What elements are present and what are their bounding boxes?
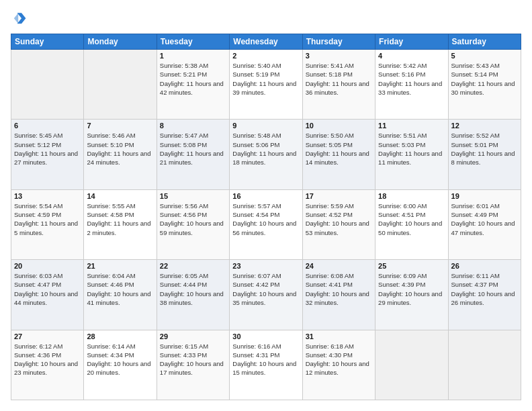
calendar-day-cell: 16Sunrise: 5:57 AM Sunset: 4:54 PM Dayli… <box>230 189 302 259</box>
day-number: 28 <box>87 332 153 340</box>
calendar-day-cell: 23Sunrise: 6:07 AM Sunset: 4:42 PM Dayli… <box>230 260 302 330</box>
day-info: Sunrise: 6:04 AM Sunset: 4:46 PM Dayligh… <box>87 271 153 307</box>
day-info: Sunrise: 6:09 AM Sunset: 4:39 PM Dayligh… <box>378 271 445 307</box>
calendar-day-cell: 11Sunrise: 5:51 AM Sunset: 5:03 PM Dayli… <box>375 120 448 189</box>
day-info: Sunrise: 5:43 AM Sunset: 5:14 PM Dayligh… <box>451 61 518 97</box>
calendar-day-cell: 26Sunrise: 6:11 AM Sunset: 4:37 PM Dayli… <box>448 260 521 330</box>
day-number: 10 <box>306 122 372 130</box>
day-info: Sunrise: 5:47 AM Sunset: 5:08 PM Dayligh… <box>160 131 226 167</box>
svg-marker-0 <box>17 13 26 24</box>
header-tuesday: Tuesday <box>157 34 229 50</box>
day-number: 2 <box>232 52 299 60</box>
day-info: Sunrise: 5:41 AM Sunset: 5:18 PM Dayligh… <box>306 61 372 97</box>
day-number: 21 <box>87 262 153 270</box>
day-number: 5 <box>451 52 518 60</box>
calendar-day-cell: 2Sunrise: 5:40 AM Sunset: 5:19 PM Daylig… <box>230 50 302 120</box>
calendar-day-cell <box>11 50 84 120</box>
header <box>11 11 521 27</box>
day-info: Sunrise: 6:03 AM Sunset: 4:47 PM Dayligh… <box>14 271 81 307</box>
day-number: 13 <box>14 192 81 200</box>
calendar-day-cell: 6Sunrise: 5:45 AM Sunset: 5:12 PM Daylig… <box>11 120 84 189</box>
calendar-day-cell: 12Sunrise: 5:52 AM Sunset: 5:01 PM Dayli… <box>448 120 521 189</box>
day-info: Sunrise: 5:46 AM Sunset: 5:10 PM Dayligh… <box>87 131 153 167</box>
day-number: 16 <box>232 192 299 200</box>
day-number: 6 <box>14 122 81 130</box>
logo-icon <box>11 11 27 27</box>
day-info: Sunrise: 5:48 AM Sunset: 5:06 PM Dayligh… <box>232 131 299 167</box>
calendar-day-cell: 7Sunrise: 5:46 AM Sunset: 5:10 PM Daylig… <box>84 120 157 189</box>
calendar-week-row: 20Sunrise: 6:03 AM Sunset: 4:47 PM Dayli… <box>11 260 521 330</box>
calendar-day-cell: 21Sunrise: 6:04 AM Sunset: 4:46 PM Dayli… <box>84 260 157 330</box>
header-friday: Friday <box>375 34 448 50</box>
calendar-day-cell: 14Sunrise: 5:55 AM Sunset: 4:58 PM Dayli… <box>84 189 157 259</box>
day-info: Sunrise: 6:07 AM Sunset: 4:42 PM Dayligh… <box>232 271 299 307</box>
day-info: Sunrise: 5:38 AM Sunset: 5:21 PM Dayligh… <box>160 61 226 97</box>
day-info: Sunrise: 6:11 AM Sunset: 4:37 PM Dayligh… <box>451 271 518 307</box>
calendar-day-cell: 1Sunrise: 5:38 AM Sunset: 5:21 PM Daylig… <box>157 50 229 120</box>
day-info: Sunrise: 5:59 AM Sunset: 4:52 PM Dayligh… <box>306 201 372 237</box>
day-number: 26 <box>451 262 518 270</box>
header-wednesday: Wednesday <box>230 34 302 50</box>
day-info: Sunrise: 5:55 AM Sunset: 4:58 PM Dayligh… <box>87 201 153 237</box>
calendar-day-cell: 28Sunrise: 6:14 AM Sunset: 4:34 PM Dayli… <box>84 330 157 400</box>
calendar-day-cell: 31Sunrise: 6:18 AM Sunset: 4:30 PM Dayli… <box>302 330 375 400</box>
day-info: Sunrise: 5:54 AM Sunset: 4:59 PM Dayligh… <box>14 201 81 237</box>
calendar-day-cell: 4Sunrise: 5:42 AM Sunset: 5:16 PM Daylig… <box>375 50 448 120</box>
header-monday: Monday <box>84 34 157 50</box>
calendar-day-cell <box>84 50 157 120</box>
calendar-week-row: 6Sunrise: 5:45 AM Sunset: 5:12 PM Daylig… <box>11 120 521 189</box>
day-info: Sunrise: 6:15 AM Sunset: 4:33 PM Dayligh… <box>160 342 226 377</box>
logo <box>11 11 28 27</box>
header-saturday: Saturday <box>448 34 521 50</box>
day-info: Sunrise: 5:52 AM Sunset: 5:01 PM Dayligh… <box>451 131 518 167</box>
day-info: Sunrise: 6:18 AM Sunset: 4:30 PM Dayligh… <box>306 342 372 377</box>
day-number: 23 <box>232 262 299 270</box>
day-info: Sunrise: 6:05 AM Sunset: 4:44 PM Dayligh… <box>160 271 226 307</box>
calendar-week-row: 1Sunrise: 5:38 AM Sunset: 5:21 PM Daylig… <box>11 50 521 120</box>
calendar-header-row: Sunday Monday Tuesday Wednesday Thursday… <box>11 34 521 50</box>
day-number: 24 <box>306 262 372 270</box>
day-info: Sunrise: 5:42 AM Sunset: 5:16 PM Dayligh… <box>378 61 445 97</box>
page: Sunday Monday Tuesday Wednesday Thursday… <box>0 0 532 411</box>
day-number: 1 <box>160 52 226 60</box>
calendar-day-cell: 18Sunrise: 6:00 AM Sunset: 4:51 PM Dayli… <box>375 189 448 259</box>
calendar-day-cell: 17Sunrise: 5:59 AM Sunset: 4:52 PM Dayli… <box>302 189 375 259</box>
calendar-week-row: 13Sunrise: 5:54 AM Sunset: 4:59 PM Dayli… <box>11 189 521 259</box>
calendar-day-cell: 29Sunrise: 6:15 AM Sunset: 4:33 PM Dayli… <box>157 330 229 400</box>
day-number: 25 <box>378 262 445 270</box>
day-number: 9 <box>232 122 299 130</box>
day-info: Sunrise: 6:00 AM Sunset: 4:51 PM Dayligh… <box>378 201 445 237</box>
day-number: 22 <box>160 262 226 270</box>
header-sunday: Sunday <box>11 34 84 50</box>
calendar-day-cell: 10Sunrise: 5:50 AM Sunset: 5:05 PM Dayli… <box>302 120 375 189</box>
calendar-day-cell: 9Sunrise: 5:48 AM Sunset: 5:06 PM Daylig… <box>230 120 302 189</box>
day-info: Sunrise: 6:12 AM Sunset: 4:36 PM Dayligh… <box>14 342 81 377</box>
day-info: Sunrise: 5:51 AM Sunset: 5:03 PM Dayligh… <box>378 131 445 167</box>
day-info: Sunrise: 5:40 AM Sunset: 5:19 PM Dayligh… <box>232 61 299 97</box>
calendar-day-cell: 24Sunrise: 6:08 AM Sunset: 4:41 PM Dayli… <box>302 260 375 330</box>
calendar-day-cell: 15Sunrise: 5:56 AM Sunset: 4:56 PM Dayli… <box>157 189 229 259</box>
day-number: 30 <box>232 332 299 340</box>
day-number: 29 <box>160 332 226 340</box>
calendar-day-cell <box>375 330 448 400</box>
day-info: Sunrise: 6:14 AM Sunset: 4:34 PM Dayligh… <box>87 342 153 377</box>
day-number: 3 <box>306 52 372 60</box>
calendar-day-cell: 13Sunrise: 5:54 AM Sunset: 4:59 PM Dayli… <box>11 189 84 259</box>
day-number: 7 <box>87 122 153 130</box>
calendar-day-cell: 27Sunrise: 6:12 AM Sunset: 4:36 PM Dayli… <box>11 330 84 400</box>
svg-marker-1 <box>14 13 18 24</box>
day-info: Sunrise: 6:16 AM Sunset: 4:31 PM Dayligh… <box>232 342 299 377</box>
calendar-day-cell: 22Sunrise: 6:05 AM Sunset: 4:44 PM Dayli… <box>157 260 229 330</box>
calendar-table: Sunday Monday Tuesday Wednesday Thursday… <box>11 34 521 400</box>
day-number: 27 <box>14 332 81 340</box>
day-number: 12 <box>451 122 518 130</box>
day-number: 4 <box>378 52 445 60</box>
header-thursday: Thursday <box>302 34 375 50</box>
calendar-day-cell: 19Sunrise: 6:01 AM Sunset: 4:49 PM Dayli… <box>448 189 521 259</box>
calendar-day-cell: 20Sunrise: 6:03 AM Sunset: 4:47 PM Dayli… <box>11 260 84 330</box>
day-number: 18 <box>378 192 445 200</box>
day-info: Sunrise: 5:57 AM Sunset: 4:54 PM Dayligh… <box>232 201 299 237</box>
day-number: 20 <box>14 262 81 270</box>
day-info: Sunrise: 5:45 AM Sunset: 5:12 PM Dayligh… <box>14 131 81 167</box>
day-info: Sunrise: 6:01 AM Sunset: 4:49 PM Dayligh… <box>451 201 518 237</box>
